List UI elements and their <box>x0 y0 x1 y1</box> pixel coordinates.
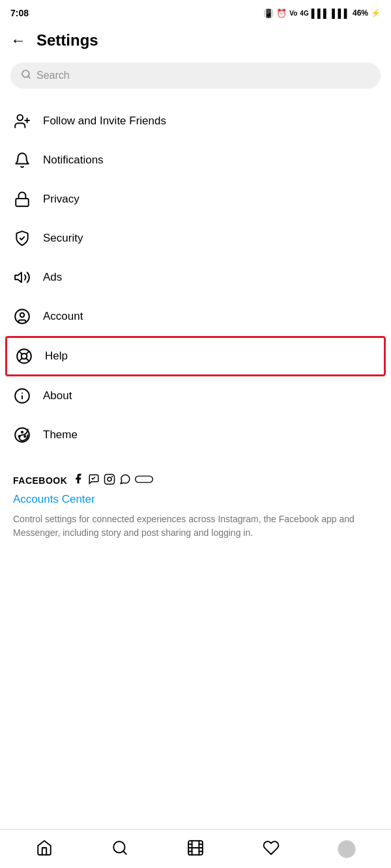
lifebuoy-icon <box>15 347 33 365</box>
meta-icon <box>135 474 153 487</box>
reels-icon <box>187 839 204 859</box>
megaphone-icon <box>13 268 31 287</box>
menu-item-notifications[interactable]: Notifications <box>0 141 391 180</box>
facebook-icon <box>72 473 84 488</box>
nav-activity[interactable] <box>255 833 287 865</box>
svg-point-23 <box>108 477 111 481</box>
search-container: Search <box>0 55 391 96</box>
info-circle-icon <box>13 387 31 405</box>
menu-item-help[interactable]: Help <box>5 336 386 376</box>
account-label: Account <box>43 310 83 323</box>
back-button[interactable]: ← <box>10 31 26 49</box>
page-header: ← Settings <box>0 23 391 55</box>
menu-item-ads[interactable]: Ads <box>0 258 391 297</box>
accounts-center-link[interactable]: Accounts Center <box>13 493 378 506</box>
status-icons: 📳 ⏰ Vo 4G ▌▌▌ ▌▌▌ 46% ⚡ <box>263 8 381 18</box>
shield-check-icon <box>13 229 31 247</box>
battery-bolt-icon: ⚡ <box>371 8 381 18</box>
follow-invite-label: Follow and Invite Friends <box>43 115 166 128</box>
battery-level: 46% <box>353 8 368 18</box>
theme-label: Theme <box>43 428 78 441</box>
settings-menu: Follow and Invite Friends Notifications … <box>0 96 391 460</box>
search-bar[interactable]: Search <box>10 63 381 89</box>
about-label: About <box>43 389 72 402</box>
facebook-app-icons <box>72 473 153 488</box>
nav-profile[interactable] <box>330 833 363 865</box>
svg-rect-22 <box>105 474 115 484</box>
svg-point-7 <box>15 309 29 324</box>
svg-point-21 <box>24 436 25 437</box>
search-placeholder-text: Search <box>36 70 70 81</box>
accounts-center-description: Control settings for connected experienc… <box>13 512 378 540</box>
help-label: Help <box>45 350 68 363</box>
profile-avatar <box>338 840 356 858</box>
page-title: Settings <box>36 31 98 49</box>
svg-rect-25 <box>136 476 153 483</box>
svg-line-1 <box>28 76 30 78</box>
svg-line-14 <box>19 358 22 361</box>
person-plus-icon <box>13 112 31 130</box>
privacy-label: Privacy <box>43 193 80 206</box>
svg-marker-6 <box>15 272 22 282</box>
search-nav-icon <box>111 839 128 859</box>
menu-item-account[interactable]: Account <box>0 297 391 336</box>
whatsapp-icon <box>119 473 131 488</box>
menu-item-privacy[interactable]: Privacy <box>0 180 391 219</box>
facebook-section: FACEBOOK <box>0 460 391 545</box>
svg-line-13 <box>26 351 29 354</box>
notifications-label: Notifications <box>43 154 104 167</box>
svg-rect-5 <box>16 199 29 206</box>
search-icon <box>21 69 31 82</box>
palette-icon <box>13 426 31 444</box>
svg-point-8 <box>20 313 25 318</box>
bottom-nav <box>0 829 391 868</box>
menu-item-security[interactable]: Security <box>0 219 391 258</box>
status-time: 7:08 <box>10 8 29 18</box>
home-icon <box>36 839 53 859</box>
signal-icon: ▌▌▌ <box>311 8 330 18</box>
security-label: Security <box>43 232 83 245</box>
vo-icon: Vo <box>289 10 297 17</box>
facebook-label: FACEBOOK <box>13 475 67 486</box>
menu-item-theme[interactable]: Theme <box>0 415 391 455</box>
lte-icon: 4G <box>300 10 308 17</box>
nav-home[interactable] <box>28 833 61 865</box>
svg-line-27 <box>123 851 126 854</box>
svg-point-24 <box>112 476 113 477</box>
facebook-header: FACEBOOK <box>13 473 378 488</box>
svg-point-2 <box>17 115 23 120</box>
signal2-icon: ▌▌▌ <box>332 8 350 18</box>
vibrate-icon: 📳 <box>263 8 274 18</box>
svg-point-20 <box>22 432 23 433</box>
messenger-icon <box>88 473 100 488</box>
instagram-icon <box>104 473 115 488</box>
bell-icon <box>13 151 31 169</box>
menu-item-about[interactable]: About <box>0 376 391 415</box>
status-bar: 7:08 📳 ⏰ Vo 4G ▌▌▌ ▌▌▌ 46% ⚡ <box>0 0 391 23</box>
ads-label: Ads <box>43 271 62 284</box>
svg-line-12 <box>26 358 29 361</box>
nav-reels[interactable] <box>179 833 212 865</box>
alarm-icon: ⏰ <box>276 8 287 18</box>
lock-icon <box>13 190 31 208</box>
nav-search[interactable] <box>104 833 136 865</box>
person-circle-icon <box>13 307 31 326</box>
heart-icon <box>263 839 280 859</box>
svg-line-11 <box>19 351 22 354</box>
menu-item-follow-invite[interactable]: Follow and Invite Friends <box>0 102 391 141</box>
